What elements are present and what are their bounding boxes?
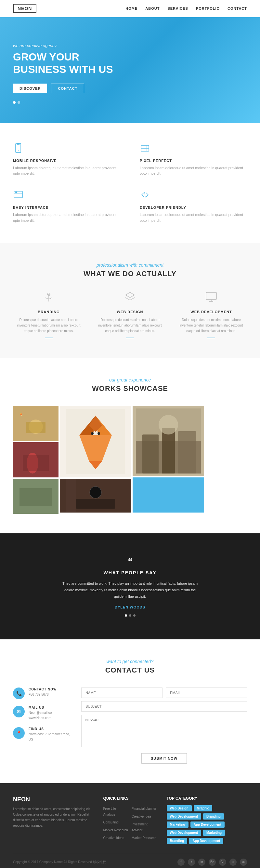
contact-phone-number: +56 789 5678 [29,692,57,697]
social-facebook[interactable]: f [177,859,185,866]
svg-point-35 [98,432,100,435]
portfolio-item-5[interactable] [60,479,131,513]
tag-marketing2[interactable]: Marketing [203,830,225,836]
subject-input[interactable] [81,701,247,712]
features-section: MOBILE RESPONSIVE Laborum ipsam dolorequ… [0,123,260,243]
hero-subtitle: we are creative agency [13,43,247,48]
contact-phone-detail: CONTACT NOW +56 789 5678 [29,687,57,697]
social-twitter[interactable]: t [188,859,195,866]
contact-button[interactable]: CONTACT [51,84,84,93]
testimonial-dot-2[interactable] [129,614,131,617]
contact-layout: 📞 CONTACT NOW +56 789 5678 ✉ MAIL US Neo… [13,687,247,764]
logo[interactable]: NEON [13,4,36,13]
portfolio-item-7[interactable] [133,477,204,513]
footer-desc: Loremipsum dolor sit amet, consectetur a… [13,806,94,828]
footer-links-right: Financial planner Creative Idea Investme… [132,805,157,842]
contact-mail-title: MAIL US [29,706,55,709]
layers-icon [94,291,166,305]
contact-map-item: 📍 FIND US North east, 312 market road, U… [13,727,71,742]
footer-link-item[interactable]: Financial planner [132,805,157,811]
testimonial-author: DYLEN WOODS [13,605,247,609]
portfolio-grid: 🍕 [13,406,247,514]
tag-graphic[interactable]: Graphic [194,805,213,811]
wwd-title: WHAT WE DO ACTUALLY [13,270,247,278]
svg-rect-0 [15,144,21,153]
portfolio-item-3[interactable] [13,479,59,514]
testimonial-dot-1[interactable] [125,614,127,617]
footer-tags: Web Design Graphic Web Development Brand… [167,805,247,844]
portfolio-item-6[interactable] [133,406,204,476]
footer-links-grid: Free Life Analysis Consulting Market Res… [103,805,157,842]
svg-marker-15 [125,292,135,298]
feature-pixel-desc: Laborum ipsam doloreque ut amet molestia… [140,165,247,177]
contact-map-address: North east, 312 market road, US [29,732,71,742]
service-branding-line [45,338,53,338]
testimonial-dot-3[interactable] [133,614,135,617]
feature-dev: DEVELOPER FRIENDLY Laborum ipsam doloreq… [140,190,247,223]
tag-marketing[interactable]: Marketing [167,822,189,828]
footer-bottom: Copyright © 2017 Company Name All Rights… [13,854,247,868]
anchor-icon [13,291,85,305]
monitor-icon [175,291,247,305]
contact-section: want to get connected? CONTACT US 📞 CONT… [0,639,260,783]
email-input[interactable] [166,687,247,698]
footer-link-item[interactable]: Free Life Analysis [103,805,129,817]
portfolio-item-2[interactable] [13,442,59,477]
social-plus[interactable]: ⊕ [240,859,247,866]
contact-map-detail: FIND US North east, 312 market road, US [29,727,71,742]
tag-appdev[interactable]: App Development [190,822,225,828]
social-behance[interactable]: Be [209,859,216,866]
svg-rect-2 [17,144,20,145]
svg-point-9 [15,192,15,192]
contact-mail-line1: Neon@email.com [29,710,55,715]
message-textarea[interactable] [81,715,247,747]
testimonial-section: ❝ WHAT PEOPLE SAY They are committed to … [0,533,260,639]
service-webdev: WEB DEVELOPMENT Doloresque desrunt maxim… [175,291,247,338]
footer: NEON Loremipsum dolor sit amet, consecte… [0,783,260,868]
portfolio-item-1[interactable]: 🍕 [13,406,59,441]
footer-copyright: Copyright © 2017 Company Name All Rights… [13,860,106,864]
nav-portfolio[interactable]: PORTFOLIO [196,6,220,10]
social-linkedin[interactable]: in [198,859,205,866]
service-branding-desc: Doloresque desrunt maxime non. Labore in… [13,317,85,334]
svg-rect-25 [23,455,49,471]
feature-pixel-title: PIXEL PERFECT [140,159,247,163]
footer-link-item[interactable]: Consulting [103,819,129,825]
contact-title: CONTACT US [13,666,247,675]
footer-link-item[interactable]: Creative Idea [132,813,157,819]
service-branding-title: BRANDING [13,310,85,314]
contact-mail-line2: www.Neon.com [29,715,55,721]
social-googleplus[interactable]: G+ [219,859,226,866]
footer-link-item[interactable]: Creative Ideas [103,835,129,840]
nav-home[interactable]: HOME [125,6,137,10]
svg-point-46 [159,415,178,434]
nav-contact[interactable]: CONTACT [228,6,247,10]
tag-webdev[interactable]: Web Development [167,813,201,819]
footer-link-item[interactable]: Investment Advisor [132,821,157,833]
testimonial-dots [13,614,247,617]
tag-appdev2[interactable]: App Development [189,838,223,844]
tag-branding2[interactable]: Branding [167,838,188,844]
works-section: our great experience WORKS SHOWCASE 🍕 [0,358,260,533]
svg-line-11 [144,192,145,197]
footer-link-item[interactable]: Market Research [132,835,157,840]
tag-webdesign[interactable]: Web Design [167,805,192,811]
tag-branding[interactable]: Branding [203,813,224,819]
tag-webdev2[interactable]: Web Development [167,830,201,836]
footer-grid: NEON Loremipsum dolor sit amet, consecte… [13,796,247,844]
discover-button[interactable]: DISCOVER [13,84,47,93]
submit-button[interactable]: SUBMIT NOW [141,753,187,764]
name-input[interactable] [81,687,162,698]
svg-text:🍕: 🍕 [20,413,23,416]
nav-services[interactable]: SERVICES [167,6,188,10]
portfolio-item-4[interactable] [60,406,131,477]
nav-about[interactable]: ABOUT [145,6,160,10]
svg-rect-43 [142,434,159,473]
hero-dot-1[interactable] [13,101,15,104]
dev-icon [140,190,247,202]
hero-dot-2[interactable] [18,101,20,104]
service-webdesign-line [126,338,134,338]
social-star[interactable]: ☆ [229,859,237,866]
submit-wrapper: SUBMIT NOW [81,753,247,764]
footer-link-item[interactable]: Market Research [103,827,129,833]
